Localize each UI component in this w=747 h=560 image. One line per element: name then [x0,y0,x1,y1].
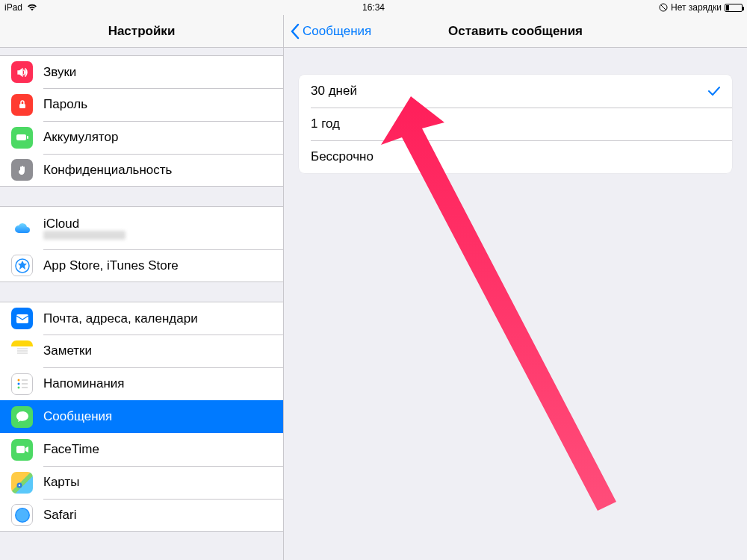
sidebar-item-appstore[interactable]: App Store, iTunes Store [0,249,283,282]
icloud-account-redacted [43,231,125,240]
status-bar: iPad 16:34 Нет зарядки [0,0,747,15]
sidebar-item-label: Конфиденциальность [43,163,172,178]
svg-point-18 [18,485,19,486]
sidebar-item-sounds[interactable]: Звуки [0,55,283,88]
messages-icon [11,406,33,428]
sidebar-title: Настройки [0,15,283,48]
svg-rect-4 [27,136,28,139]
device-label: iPad [4,2,22,13]
sidebar-item-label: Звуки [43,65,76,80]
sidebar-item-label: Safari [43,508,76,523]
wifi-icon [27,4,37,11]
reminders-icon [11,373,33,395]
hand-icon [11,159,33,181]
annotation-arrow-icon [284,48,747,560]
sounds-icon [11,61,33,83]
appstore-icon [11,255,33,276]
svg-point-12 [17,387,19,389]
sidebar-item-label: Почта, адреса, календари [43,311,198,326]
sidebar-item-label: Аккумулятор [43,130,118,145]
charging-disabled-icon [659,3,668,12]
svg-rect-3 [16,134,26,140]
sidebar-item-label: Сообщения [43,409,112,424]
sidebar-item-label: FaceTime [43,442,99,457]
svg-rect-16 [16,446,25,453]
sidebar-item-label: Карты [43,475,79,490]
split-view: Настройки Звуки Пароль Аккумулято [0,15,747,560]
mail-icon [11,308,33,329]
sidebar-item-label: App Store, iTunes Store [43,258,179,273]
lock-icon [11,94,33,116]
sidebar-item-label: iCloud [43,217,125,231]
svg-point-10 [17,379,19,382]
svg-point-20 [16,508,28,521]
sidebar-item-reminders[interactable]: Напоминания [0,367,283,400]
svg-rect-2 [19,104,25,108]
detail-nav-bar: Сообщения Оставить сообщения [284,15,747,48]
status-time: 16:34 [362,2,385,13]
detail-pane: Сообщения Оставить сообщения 30 дней 1 г… [284,15,747,560]
maps-icon [11,472,33,494]
status-right: Нет зарядки [659,2,743,13]
battery-icon [11,127,33,149]
sidebar-item-facetime[interactable]: FaceTime [0,433,283,466]
svg-line-1 [661,5,666,10]
sidebar-item-passcode[interactable]: Пароль [0,88,283,121]
sidebar-item-privacy[interactable]: Конфиденциальность [0,154,283,187]
detail-title: Оставить сообщения [448,24,583,39]
sidebar-scroll[interactable]: Звуки Пароль Аккумулятор Конфиденциально… [0,48,283,560]
safari-icon [11,504,33,526]
sidebar-item-label: Напоминания [43,376,125,391]
sidebar-item-safari[interactable]: Safari [0,499,283,532]
svg-rect-6 [16,314,28,323]
sidebar-item-battery[interactable]: Аккумулятор [0,121,283,154]
sidebar-item-messages[interactable]: Сообщения [0,400,283,433]
battery-icon [725,4,743,12]
sidebar-item-notes[interactable]: Заметки [0,335,283,367]
status-left: iPad [4,2,37,13]
back-button-label: Сообщения [303,24,371,39]
icloud-icon [11,217,33,239]
back-button[interactable]: Сообщения [284,23,371,40]
sidebar-item-label: Пароль [43,97,87,112]
charge-status-text: Нет зарядки [671,2,722,13]
sidebar-item-maps[interactable]: Карты [0,466,283,499]
notes-icon [11,340,33,362]
settings-sidebar: Настройки Звуки Пароль Аккумулято [0,15,284,560]
detail-body: 30 дней 1 год Бессрочно [284,48,747,560]
facetime-icon [11,439,33,461]
svg-point-11 [17,383,19,385]
sidebar-item-mail[interactable]: Почта, адреса, календари [0,302,283,335]
sidebar-item-icloud[interactable]: iCloud [0,206,283,249]
sidebar-item-label: Заметки [43,343,92,358]
chevron-left-icon [290,23,300,40]
